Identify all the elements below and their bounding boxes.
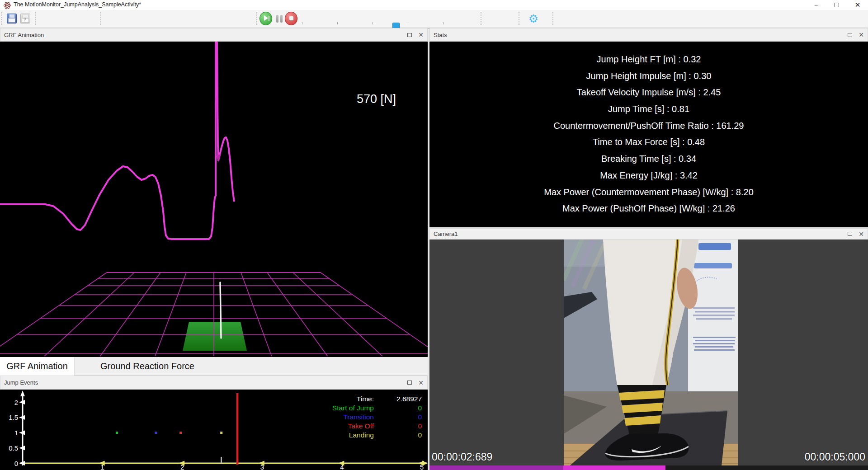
grf-curve (0, 42, 234, 239)
stats-readout: Jump Height FT [m] : 0.32Jump Height Imp… (429, 42, 868, 227)
event-marker-landing (220, 432, 222, 434)
legend-label: Transition (255, 413, 374, 421)
float-panel-icon[interactable] (407, 381, 412, 385)
grid-line (293, 273, 382, 356)
stat-line: Takeoff Velocity Impulse [m/s] : 2.45 (429, 84, 868, 101)
save-icon (7, 14, 17, 24)
record-stop-button[interactable] (285, 12, 297, 25)
event-marker-start-of-jump (116, 432, 118, 434)
video-progress-bar[interactable] (429, 465, 868, 470)
save-button[interactable] (5, 12, 18, 25)
save-as-button[interactable]: ? (19, 12, 32, 25)
y-tick-label: 0.5 (9, 444, 18, 452)
legend-row: Landing0 (255, 431, 422, 440)
time-cursor-line (236, 393, 239, 465)
float-panel-icon[interactable] (407, 33, 412, 37)
window-title: The MotionMonitor_JumpAnalysis_SampleAct… (14, 1, 141, 8)
stat-line: Breaking Time [s] : 0.34 (429, 150, 868, 167)
legend-label: Start of Jump (255, 404, 374, 412)
stat-line: Jump Height FT [m] : 0.32 (429, 51, 868, 68)
float-panel-icon[interactable] (848, 33, 852, 37)
play-icon (259, 12, 272, 25)
pause-icon (276, 15, 283, 23)
float-panel-icon[interactable] (848, 232, 852, 236)
minimize-button[interactable]: − (806, 0, 826, 10)
close-panel-icon[interactable]: ✕ (418, 32, 424, 38)
stats-panel-header[interactable]: Stats ✕ (429, 28, 868, 42)
close-panel-icon[interactable]: ✕ (859, 32, 864, 38)
legend-row: Time:2.68927 (255, 395, 422, 404)
settings-button[interactable]: ⚙ (527, 12, 540, 25)
toolbar-drag-handle[interactable] (256, 12, 257, 25)
y-tick-label: 0 (14, 460, 18, 467)
grf-tab-bar: GRF Animation Ground Reaction Force (0, 357, 428, 376)
toolbar-drag-handle[interactable] (100, 12, 101, 25)
stat-line: Max Energy [J/kg] : 3.42 (429, 167, 868, 184)
app-logo-icon (4, 2, 10, 8)
camera1-viewport[interactable]: 00:00:02:689 00:00:05:000 (429, 240, 868, 470)
video-total-time: 00:00:05:000 (805, 451, 865, 463)
tab-grf-animation[interactable]: GRF Animation (0, 357, 75, 376)
grf-animation-viewport[interactable]: 570 [N] (0, 42, 428, 357)
close-window-button[interactable]: ✕ (847, 0, 868, 10)
stats-lines: Jump Height FT [m] : 0.32Jump Height Imp… (429, 42, 868, 217)
gear-icon: ⚙ (528, 13, 538, 24)
legend-label: Landing (255, 431, 374, 439)
force-vector-line (220, 282, 221, 338)
y-tick-label: 1.5 (9, 414, 18, 421)
grid-line (100, 273, 160, 356)
jump-events-panel-header[interactable]: Jump Events ✕ (0, 376, 428, 390)
toolbar-drag-handle[interactable] (481, 12, 481, 25)
video-progress-fill-bright (563, 465, 665, 470)
grid-line (267, 273, 327, 356)
camera1-panel-header[interactable]: Camera1 ✕ (429, 228, 868, 240)
y-tick-label: 1 (14, 429, 18, 437)
jump-events-plot[interactable]: 1234500.511.52 Time:2.68927Start of Jump… (0, 390, 428, 470)
grid-line (44, 273, 134, 356)
app-window: The MotionMonitor_JumpAnalysis_SampleAct… (0, 0, 868, 470)
record-icon (285, 12, 297, 25)
stat-line: Max Power (PushOff Phase) [W/kg] : 21.26 (429, 200, 868, 217)
toolbar-drag-handle[interactable] (519, 12, 519, 25)
camera-panel-title: Camera1 (434, 230, 458, 237)
y-tick-label: 2 (14, 399, 18, 406)
legend-value: 0 (374, 431, 422, 439)
legend-row: Transition0 (255, 413, 422, 422)
stats-panel-title: Stats (434, 32, 447, 38)
tab-ground-reaction-force[interactable]: Ground Reaction Force (75, 357, 216, 376)
legend-label: Take Off (255, 422, 374, 430)
legend-row: Start of Jump0 (255, 404, 422, 413)
legend-label: Time: (255, 395, 374, 403)
grf-animation-panel-header[interactable]: GRF Animation ✕ (0, 28, 428, 42)
toolbar-drag-handle[interactable] (552, 12, 553, 25)
slider-ticks-top (302, 22, 478, 24)
axis-marker-tick (221, 457, 222, 463)
grid-line (321, 273, 428, 356)
play-button[interactable] (259, 12, 272, 25)
grid-line (241, 273, 272, 356)
grf-panel-title: GRF Animation (4, 32, 44, 38)
current-force-readout: 570 [N] (348, 92, 405, 106)
legend-row: Take Off0 (255, 422, 422, 431)
stat-line: Jump Height Impulse [m] : 0.30 (429, 68, 868, 85)
camera-video-frame (564, 240, 738, 470)
x-tick-label: 3 (260, 463, 264, 470)
toolbar-drag-handle[interactable] (35, 12, 36, 25)
main-toolbar: ? ⚙ (0, 10, 868, 28)
grf-3d-scene (0, 42, 428, 357)
save-help-icon: ? (20, 14, 30, 24)
grid-line (0, 273, 107, 356)
x-tick-label: 1 (100, 463, 104, 470)
x-tick-label: 4 (340, 463, 344, 470)
close-panel-icon[interactable]: ✕ (859, 231, 864, 237)
close-panel-icon[interactable]: ✕ (418, 380, 424, 386)
event-marker-take-off (179, 432, 182, 434)
restore-button[interactable] (826, 0, 847, 10)
legend-value: 0 (374, 404, 422, 412)
y-axis-arrow (20, 390, 25, 396)
legend-value: 0 (374, 422, 422, 430)
toolbar-drag-handle[interactable] (1, 12, 2, 25)
pause-button[interactable] (273, 12, 286, 25)
x-tick-label: 2 (180, 463, 184, 470)
x-tick-label: 5 (420, 463, 424, 470)
